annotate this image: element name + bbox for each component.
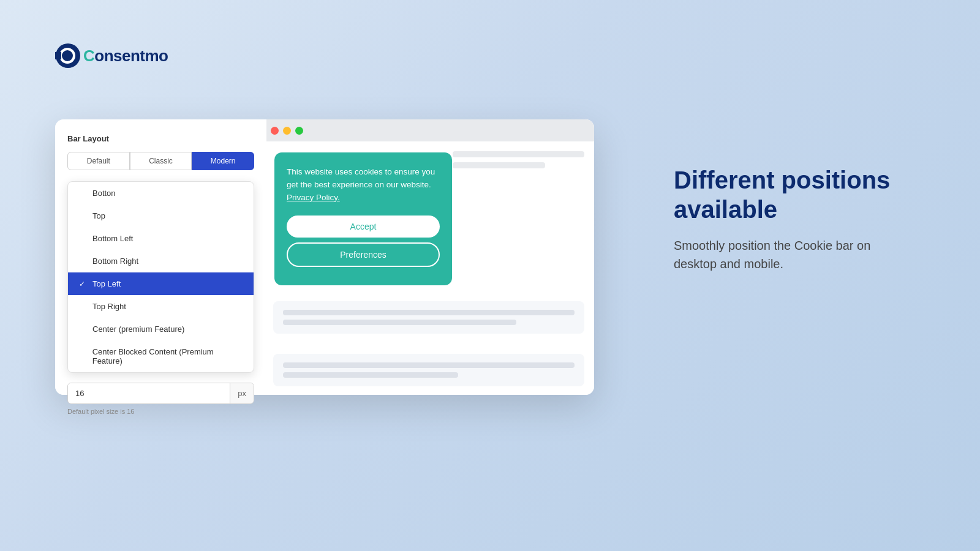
skeleton-line-6: [283, 372, 458, 378]
traffic-btn-yellow[interactable]: [283, 127, 291, 135]
traffic-btn-green[interactable]: [295, 127, 303, 135]
skeleton-line-4: [283, 320, 516, 325]
dropdown-item-top[interactable]: Top: [68, 204, 254, 227]
skeleton-line-2: [453, 162, 545, 168]
svg-rect-3: [55, 52, 61, 59]
bar-layout-label: Bar Layout: [67, 134, 254, 143]
skeleton-line-5: [283, 362, 575, 368]
dropdown-item-top-right[interactable]: Top Right: [68, 295, 254, 318]
accept-button[interactable]: Accept: [287, 216, 440, 238]
skeleton-content: [453, 151, 584, 181]
preferences-button[interactable]: Preferences: [287, 242, 440, 267]
skeleton-line-3: [283, 310, 575, 315]
right-subtext: Smoothly position the Cookie bar on desk…: [674, 236, 907, 273]
pixel-input-row: px: [67, 383, 254, 404]
browser-content: This website uses cookies to ensure you …: [263, 141, 594, 395]
dropdown-item-bottom[interactable]: Botton: [68, 182, 254, 204]
browser-titlebar: [263, 119, 594, 141]
traffic-btn-red[interactable]: [271, 127, 279, 135]
settings-panel: Bar Layout Default Classic Modern Botton…: [55, 119, 266, 395]
skeleton-block-1: [273, 301, 584, 334]
layout-btn-classic[interactable]: Classic: [130, 152, 192, 170]
skeleton-block-2: [273, 354, 584, 386]
logo-text: Consentmo: [83, 47, 168, 66]
right-section: Different positions available Smoothly p…: [674, 165, 907, 273]
browser-window: This website uses cookies to ensure you …: [263, 119, 594, 395]
layout-btn-modern[interactable]: Modern: [192, 152, 254, 170]
skeleton-line-1: [453, 151, 584, 157]
layout-btn-default[interactable]: Default: [67, 152, 130, 170]
dropdown-item-center-premium[interactable]: Center (premium Feature): [68, 318, 254, 340]
dropdown-list: Botton Top Bottom Left Bottom Right ✓ To…: [67, 181, 254, 373]
cookie-popup: This website uses cookies to ensure you …: [274, 152, 452, 285]
dropdown-item-top-left[interactable]: ✓ Top Left: [68, 272, 254, 295]
layout-buttons: Default Classic Modern: [67, 152, 254, 170]
mockup-container: Bar Layout Default Classic Modern Botton…: [55, 119, 594, 395]
pixel-input[interactable]: [68, 383, 230, 403]
dropdown-item-bottom-right[interactable]: Bottom Right: [68, 250, 254, 272]
pixel-unit: px: [230, 383, 254, 403]
pixel-hint: Default pixel size is 16: [67, 408, 254, 415]
cookie-message: This website uses cookies to ensure you …: [287, 166, 440, 204]
dropdown-item-bottom-left[interactable]: Bottom Left: [68, 227, 254, 250]
dropdown-item-center-blocked[interactable]: Center Blocked Content (Premium Feature): [68, 340, 254, 372]
logo: Consentmo: [55, 43, 168, 69]
logo-icon: [55, 43, 81, 69]
dropdown-container: Botton Top Bottom Left Bottom Right ✓ To…: [67, 181, 254, 415]
svg-point-2: [64, 53, 70, 59]
right-heading: Different positions available: [674, 165, 907, 224]
cookie-privacy-link[interactable]: Privacy Policy.: [287, 193, 340, 202]
